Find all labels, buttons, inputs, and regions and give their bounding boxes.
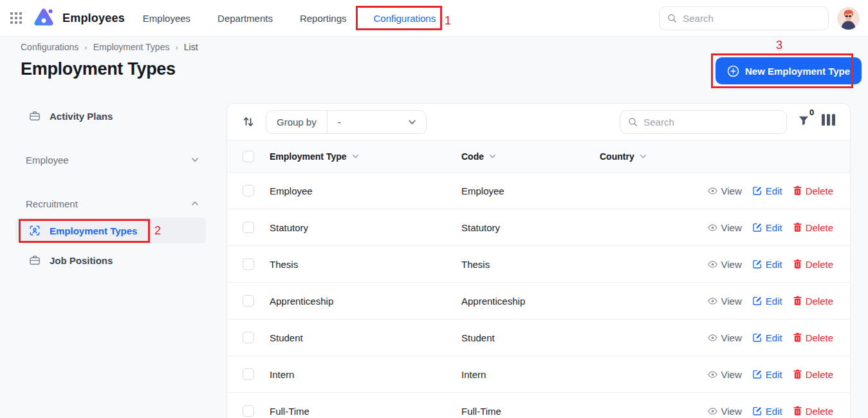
breadcrumb-separator-icon: › [175,43,178,52]
apps-grid-icon[interactable] [10,12,22,24]
cell-employment-type: Statutory [270,222,461,233]
eye-icon [707,222,718,233]
edit-pencil-icon [752,185,762,196]
delete-action[interactable]: Delete [793,185,833,196]
delete-action[interactable]: Delete [793,369,833,380]
group-by-label: Group by [266,117,327,128]
chevron-down-icon [407,117,417,127]
column-header-employment-type[interactable]: Employment Type [270,151,461,162]
nav-departments[interactable]: Departments [217,13,273,24]
chevron-down-icon [190,155,199,164]
delete-action[interactable]: Delete [793,406,833,417]
trash-icon [793,332,802,343]
sidebar-group-employee[interactable]: Employee [15,150,206,169]
edit-action[interactable]: Edit [752,406,782,417]
row-checkbox[interactable] [243,258,254,270]
cell-code: Employee [461,185,600,196]
sidebar-item-job-positions[interactable]: Job Positions [15,247,206,273]
cell-code: Thesis [461,259,600,270]
edit-action[interactable]: Edit [752,185,782,196]
view-action[interactable]: View [707,296,742,307]
table-row: Statutory Statutory View Edit [227,209,850,246]
edit-action[interactable]: Edit [752,259,782,270]
briefcase-icon [28,109,41,122]
nav-employees[interactable]: Employees [143,13,190,24]
annotation-number-3: 3 [776,39,782,52]
table-header-row: Employment Type Code Country [227,140,850,173]
cell-employment-type: Student [270,332,461,343]
row-checkbox[interactable] [243,185,254,196]
cell-code: Apprenticeship [461,296,600,307]
user-scan-icon [28,224,41,237]
app-logo-icon [33,8,54,28]
nav-reportings[interactable]: Reportings [300,13,347,24]
row-checkbox[interactable] [243,405,254,417]
edit-pencil-icon [752,296,762,306]
cell-employment-type: Apprenticeship [270,296,461,307]
edit-pencil-icon [752,406,762,416]
trash-icon [793,185,802,196]
breadcrumb-configurations[interactable]: Configurations [21,42,78,52]
select-all-checkbox[interactable] [243,151,254,162]
page-title: Employment Types [21,59,176,79]
sort-icon[interactable] [243,115,254,131]
row-checkbox[interactable] [243,222,254,233]
new-employment-type-label: New Employment Type [745,66,850,77]
row-checkbox[interactable] [243,368,254,380]
row-checkbox[interactable] [243,295,254,307]
breadcrumb-employment-types[interactable]: Employment Types [93,42,170,52]
table-row: Apprenticeship Apprenticeship View Edit [227,283,850,319]
trash-icon [793,222,802,233]
delete-action[interactable]: Delete [793,259,833,270]
edit-pencil-icon [752,222,762,233]
cell-employment-type: Intern [270,369,461,380]
table-search [620,110,787,134]
column-header-country[interactable]: Country [600,151,696,162]
view-action[interactable]: View [707,259,742,270]
edit-pencil-icon [752,332,762,343]
global-search-input[interactable] [683,13,820,24]
filter-icon[interactable] [797,114,810,129]
table-body: Employee Employee View Edit [227,173,850,418]
filter-count-badge: 0 [809,108,814,117]
chevron-down-icon [488,152,497,160]
table-toolbar: Group by - 0 [227,104,850,140]
cell-employment-type: Employee [270,185,461,196]
breadcrumb: Configurations › Employment Types › List [21,42,198,52]
row-checkbox[interactable] [243,332,254,343]
table-row: Employee Employee View Edit [227,173,850,209]
group-by-value[interactable]: - [327,111,407,133]
delete-action[interactable]: Delete [793,332,833,343]
sidebar-group-label: Employee [26,155,69,166]
chevron-up-icon [190,199,199,208]
view-action[interactable]: View [707,332,742,343]
view-action[interactable]: View [707,222,742,233]
edit-action[interactable]: Edit [752,222,782,233]
app-root: Employees Employees Departments Reportin… [0,0,868,418]
chevron-down-icon [639,152,647,160]
view-action[interactable]: View [707,406,742,417]
cell-code: Intern [461,369,600,380]
table-search-input[interactable] [643,117,779,128]
cell-employment-type: Thesis [270,259,461,270]
view-action[interactable]: View [707,185,742,196]
sidebar-group-recruitment[interactable]: Recruitment [15,194,206,213]
user-avatar[interactable] [837,7,860,30]
nav-configurations[interactable]: Configurations [373,13,436,24]
new-employment-type-button[interactable]: New Employment Type [716,57,862,84]
columns-icon[interactable] [822,114,835,126]
sidebar-item-employment-types[interactable]: Employment Types [15,218,206,243]
column-header-code[interactable]: Code [461,151,600,162]
sidebar-item-activity-plans[interactable]: Activity Plans [15,103,206,129]
edit-action[interactable]: Edit [752,332,782,343]
table-row: Student Student View Edit [227,319,850,356]
trash-icon [793,259,802,269]
edit-action[interactable]: Edit [752,296,782,307]
view-action[interactable]: View [707,369,742,380]
group-by-control[interactable]: Group by - [266,110,427,134]
delete-action[interactable]: Delete [793,222,833,233]
sidebar-item-label: Job Positions [50,255,113,266]
edit-action[interactable]: Edit [752,369,782,380]
delete-action[interactable]: Delete [793,296,833,307]
search-icon [628,117,638,128]
